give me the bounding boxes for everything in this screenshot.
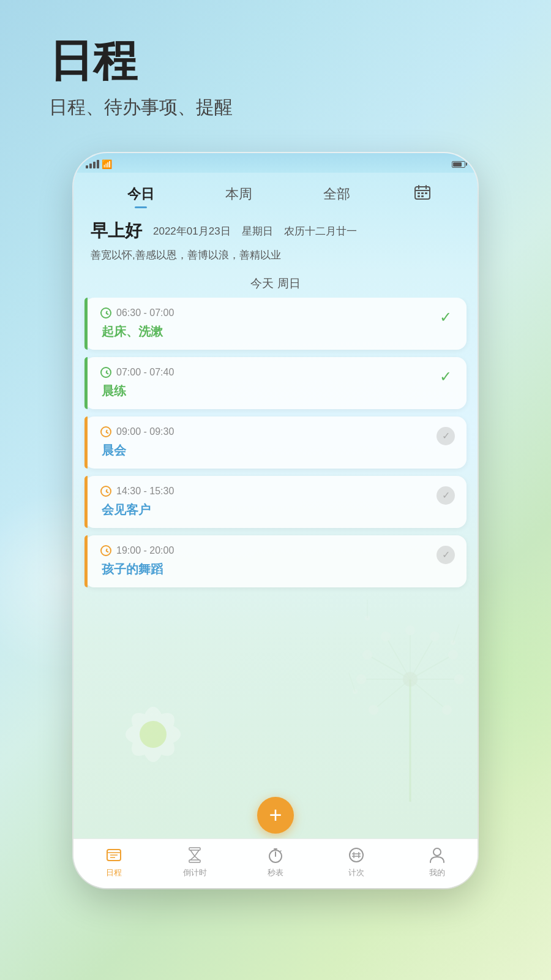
item-title: 起床、洗漱 <box>100 323 436 340</box>
item-title: 会见客户 <box>100 502 436 518</box>
item-left: 19:00 - 20:00 孩子的舞蹈 <box>96 545 436 578</box>
greeting-section: 早上好 2022年01月23日 星期日 农历十二月廿一 善宽以怀,善感以恩，善博… <box>73 213 478 267</box>
clock-icon <box>100 486 111 497</box>
hash-icon <box>347 845 366 865</box>
greeting-line: 早上好 2022年01月23日 星期日 农历十二月廿一 <box>91 219 460 243</box>
item-left: 07:00 - 07:40 晨练 <box>96 367 436 399</box>
svg-rect-39 <box>418 192 420 194</box>
bottom-nav-countdown[interactable]: 倒计时 <box>154 845 235 878</box>
item-left: 14:30 - 15:30 会见客户 <box>96 486 436 518</box>
item-title: 晨会 <box>100 442 436 459</box>
app-content: 今日 本周 全部 <box>73 173 478 839</box>
svg-rect-40 <box>421 192 424 194</box>
schedule-item[interactable]: 09:00 - 09:30 晨会 <box>84 417 467 469</box>
item-left: 09:00 - 09:30 晨会 <box>96 426 436 459</box>
clock-icon <box>100 426 111 437</box>
greeting-date: 2022年01月23日 <box>153 224 231 238</box>
item-time: 14:30 - 15:30 <box>100 486 436 497</box>
svg-rect-41 <box>425 192 427 194</box>
clock-icon <box>100 307 111 318</box>
item-border <box>84 476 88 528</box>
item-border <box>84 357 88 409</box>
item-left: 06:30 - 07:00 起床、洗漱 <box>96 307 436 340</box>
stopwatch-icon <box>266 845 285 865</box>
header-section: 日程 日程、待办事项、提醒 <box>49 37 233 120</box>
greeting-quote: 善宽以怀,善感以恩，善博以浪，善精以业 <box>91 247 460 263</box>
fab-container: + <box>73 790 478 839</box>
item-border <box>84 417 88 469</box>
check-mark: ✓ <box>436 367 455 386</box>
nav-label-profile: 我的 <box>429 867 445 878</box>
item-border <box>84 535 88 587</box>
nav-week[interactable]: 本周 <box>218 183 260 206</box>
check-mark <box>436 426 455 446</box>
clock-icon <box>100 367 111 378</box>
check-mark: ✓ <box>436 307 455 327</box>
bottom-nav-stopwatch[interactable]: 秒表 <box>235 845 316 878</box>
nav-label-countdown: 倒计时 <box>183 867 207 878</box>
nav-all[interactable]: 全部 <box>316 183 358 206</box>
svg-line-54 <box>280 851 281 852</box>
item-time: 19:00 - 20:00 <box>100 545 436 556</box>
schedule-item[interactable]: 14:30 - 15:30 会见客户 <box>84 476 467 528</box>
nav-label-schedule: 日程 <box>106 867 122 878</box>
greeting-lunar: 农历十二月廿一 <box>284 224 357 238</box>
schedule-icon <box>104 845 124 865</box>
schedule-list: 06:30 - 07:00 起床、洗漱 ✓ 0 <box>73 298 478 790</box>
item-time: 07:00 - 07:40 <box>100 367 436 378</box>
signal-bars <box>86 160 99 168</box>
status-right <box>452 161 465 168</box>
svg-rect-43 <box>421 195 424 197</box>
hourglass-icon <box>185 845 204 865</box>
clock-icon <box>100 545 111 556</box>
greeting-weekday: 星期日 <box>242 224 273 238</box>
bottom-nav-count[interactable]: 计次 <box>316 845 397 878</box>
nav-label-count: 计次 <box>348 867 364 878</box>
today-label: 今天 周日 <box>73 267 478 298</box>
schedule-item[interactable]: 06:30 - 07:00 起床、洗漱 ✓ <box>84 298 467 350</box>
top-navigation: 今日 本周 全部 <box>73 173 478 213</box>
page-title: 日程 <box>49 37 233 85</box>
calendar-button[interactable] <box>414 184 431 205</box>
add-button[interactable]: + <box>257 797 294 834</box>
svg-rect-49 <box>189 860 200 862</box>
nav-label-stopwatch: 秒表 <box>268 867 283 878</box>
page-subtitle: 日程、待办事项、提醒 <box>49 95 233 120</box>
item-time: 06:30 - 07:00 <box>100 307 436 318</box>
bottom-nav-schedule[interactable]: 日程 <box>73 845 154 878</box>
svg-rect-48 <box>189 848 200 850</box>
status-left: 📶 <box>86 159 112 169</box>
status-bar: 📶 <box>73 153 478 173</box>
greeting-hello: 早上好 <box>91 219 142 243</box>
svg-point-60 <box>433 848 441 856</box>
check-mark <box>436 545 455 565</box>
svg-rect-42 <box>418 195 420 197</box>
nav-today[interactable]: 今日 <box>120 183 162 206</box>
item-title: 孩子的舞蹈 <box>100 561 436 578</box>
svg-point-55 <box>350 848 363 862</box>
item-title: 晨练 <box>100 383 436 399</box>
bottom-nav-profile[interactable]: 我的 <box>397 845 478 878</box>
phone-mockup: 📶 <box>73 153 478 888</box>
battery-icon <box>452 161 465 168</box>
schedule-item[interactable]: 07:00 - 07:40 晨练 ✓ <box>84 357 467 409</box>
bottom-navigation: 日程 倒计时 <box>73 839 478 888</box>
item-time: 09:00 - 09:30 <box>100 426 436 437</box>
person-icon <box>427 845 447 865</box>
item-border <box>84 298 88 350</box>
check-mark <box>436 486 455 505</box>
wifi-icon: 📶 <box>102 159 112 169</box>
schedule-item[interactable]: 19:00 - 20:00 孩子的舞蹈 <box>84 535 467 587</box>
